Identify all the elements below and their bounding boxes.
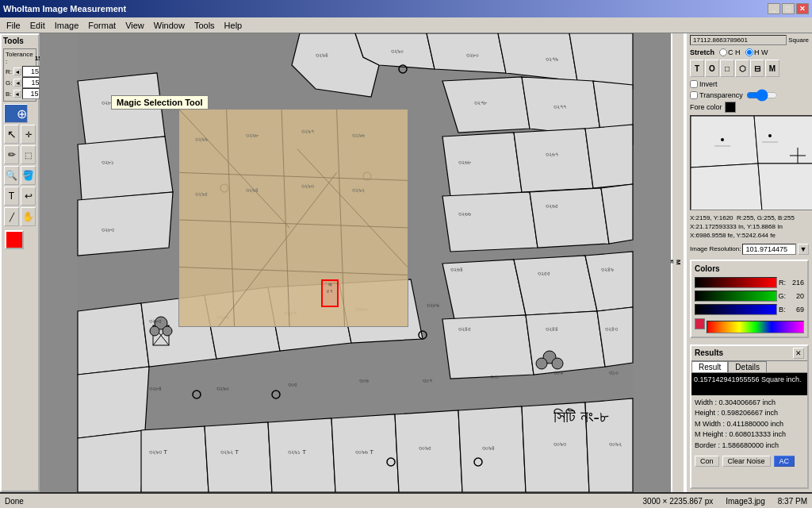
svg-text:৩০৬: ৩০৬ xyxy=(359,377,369,384)
tb-poly-btn[interactable]: ⬡ xyxy=(735,60,749,77)
tool-pencil[interactable]: ✏ xyxy=(4,145,19,164)
coord-xy: X:2159, Y:1620 R:255, G:255, B:255 xyxy=(690,214,809,222)
tb-oval-btn[interactable]: O xyxy=(705,60,719,77)
svg-text:৩২৭৭: ৩২৭৭ xyxy=(553,103,566,110)
picked-color-swatch[interactable] xyxy=(695,318,705,329)
svg-marker-14 xyxy=(78,367,149,438)
result-detail-2: M Width : 0.411880000 inch xyxy=(695,419,804,430)
svg-point-53 xyxy=(163,326,172,336)
fore-color-swatch[interactable] xyxy=(725,102,736,113)
svg-text:৩০৫: ৩০৫ xyxy=(288,381,297,388)
canvas-area[interactable]: ৩২৯৪ ৩২৯০ ৩২৮০ ৩২৭৯ ৩২৭৮ ৩২৭৭ ৩২৬৮ ৩২৬৭ … xyxy=(40,33,671,492)
image-res-dropdown[interactable]: ▼ xyxy=(798,244,809,255)
clear-noise-button[interactable]: Clear Noise xyxy=(722,456,771,467)
mini-map xyxy=(690,115,812,210)
colors-section: Colors R: 216 G: 20 B: 69 xyxy=(690,260,809,338)
svg-marker-13 xyxy=(78,303,149,375)
svg-text:৩১০: ৩১০ xyxy=(609,369,619,376)
menu-file[interactable]: File xyxy=(2,19,25,32)
title-bar-title: WhoItam Image Measurement xyxy=(3,4,126,13)
results-value: 0.157142941955556 Square inch. xyxy=(691,373,807,395)
tool-cross[interactable]: ✛ xyxy=(21,125,36,144)
invert-checkbox-label[interactable]: Invert xyxy=(690,80,718,88)
tool-zoom[interactable]: 🔍 xyxy=(4,166,19,185)
result-detail-3: M Height : 0.608013333 inch xyxy=(695,429,804,441)
svg-text:৩২৪৩: ৩২৪৩ xyxy=(605,325,618,333)
ac-button[interactable]: AC xyxy=(774,456,795,467)
menu-edit[interactable]: Edit xyxy=(25,19,50,32)
tool-lasso[interactable]: ↩ xyxy=(21,187,36,206)
b-dec-btn[interactable]: ◄ xyxy=(13,90,21,98)
menu-tools[interactable]: Tools xyxy=(190,19,220,32)
minimize-button[interactable]: _ xyxy=(768,3,780,14)
svg-text:৩২৯৯: ৩২৯৯ xyxy=(195,136,208,143)
svg-marker-23 xyxy=(442,315,534,379)
svg-marker-12 xyxy=(78,192,173,256)
svg-text:৩২৬৬: ৩২৬৬ xyxy=(458,210,471,217)
svg-marker-34 xyxy=(442,133,522,196)
results-title: Results xyxy=(695,348,723,357)
menu-view[interactable]: View xyxy=(121,19,149,32)
tolerance-box: Tolerance : 15 R: ◄ ► 15 G: ◄ ► 1 xyxy=(3,48,36,102)
tool-wand[interactable]: T xyxy=(4,187,19,206)
result-detail-0: Width : 0.304006667 inch xyxy=(695,398,804,409)
tool-select[interactable]: ⊕ xyxy=(4,104,28,123)
svg-point-55 xyxy=(536,358,547,369)
svg-text:৩২৯৬: ৩২৯৬ xyxy=(352,132,365,139)
tb-text-btn[interactable]: T xyxy=(690,60,704,77)
transparency-checkbox-label[interactable]: Transparency xyxy=(690,91,743,99)
svg-text:৩২৭৯: ৩২৭৯ xyxy=(546,56,558,63)
svg-text:৩০৯৩: ৩০৯৩ xyxy=(553,441,566,448)
svg-text:৩২৯২ T: ৩২৯২ T xyxy=(220,448,239,456)
svg-text:৩২৯৪: ৩২৯৪ xyxy=(316,52,328,59)
results-close-btn[interactable]: ✕ xyxy=(793,348,804,359)
title-bar: WhoItam Image Measurement _ □ ✕ xyxy=(0,0,812,17)
tool-eraser[interactable]: ⬚ xyxy=(21,145,36,164)
svg-text:৩২৮৯: ৩২৮৯ xyxy=(427,302,439,309)
svg-text:৩২৭৮: ৩২৭৮ xyxy=(474,99,488,106)
menu-help[interactable]: Help xyxy=(220,19,247,32)
results-title-bar: Results ✕ xyxy=(691,346,807,361)
square-label: Square xyxy=(788,37,809,44)
r-dec-btn[interactable]: ◄ xyxy=(13,67,21,75)
r-input[interactable] xyxy=(22,66,40,77)
tool-arrow[interactable]: ↖ xyxy=(4,125,19,144)
b-input[interactable] xyxy=(22,88,40,99)
con-button[interactable]: Con xyxy=(695,456,719,467)
close-button[interactable]: ✕ xyxy=(796,3,809,14)
svg-text:৩০৯২: ৩০৯২ xyxy=(609,441,622,448)
transparency-row: Transparency xyxy=(687,90,812,101)
svg-text:৩২৬৭: ৩২৬৭ xyxy=(546,151,558,158)
svg-text:৩২৮১: ৩২৮১ xyxy=(102,159,114,166)
svg-text:৩২৬৮: ৩২৬৮ xyxy=(458,159,472,166)
tb-magic-btn[interactable]: M xyxy=(765,60,779,77)
stretch-hw-option[interactable]: H W xyxy=(745,48,768,56)
svg-text:৩০৭: ৩০৭ xyxy=(423,377,432,384)
tab-result[interactable]: Result xyxy=(691,361,728,372)
status-right: 3000 × 2235.867 px Image3.jpg 8:37 PM xyxy=(643,497,807,506)
transparency-slider[interactable] xyxy=(746,91,778,99)
tool-hand[interactable]: ✋ xyxy=(21,207,36,226)
results-section: Results ✕ Result Details 0.1571429419555… xyxy=(690,344,809,489)
colors-title: Colors xyxy=(695,264,804,273)
svg-marker-5 xyxy=(498,33,577,81)
svg-text:সিটি নং-৮: সিটি নং-৮ xyxy=(553,406,609,426)
g-dec-btn[interactable]: ◄ xyxy=(13,79,21,87)
tb-rect-btn[interactable]: □ xyxy=(720,60,734,77)
image-res-value: 101.9714475 xyxy=(742,244,796,255)
color-swatch[interactable] xyxy=(5,230,24,249)
maximize-button[interactable]: □ xyxy=(782,3,795,14)
rainbow-bar[interactable] xyxy=(707,321,804,333)
tab-details[interactable]: Details xyxy=(728,361,767,372)
menu-format[interactable]: Format xyxy=(83,19,121,32)
tool-paint[interactable]: 🪣 xyxy=(21,166,36,185)
g-input[interactable] xyxy=(22,77,40,88)
menu-image[interactable]: Image xyxy=(50,19,84,32)
menu-window[interactable]: Window xyxy=(149,19,190,32)
menu-bar: File Edit Image Format View Window Tools… xyxy=(0,17,812,33)
green-gradient-bar xyxy=(695,291,777,302)
stretch-ch-option[interactable]: C H xyxy=(719,48,741,56)
svg-text:৩২৯৩: ৩২৯৩ xyxy=(301,183,314,190)
tool-line[interactable]: ╱ xyxy=(4,207,19,226)
tb-line-btn[interactable]: ⊟ xyxy=(750,60,764,77)
